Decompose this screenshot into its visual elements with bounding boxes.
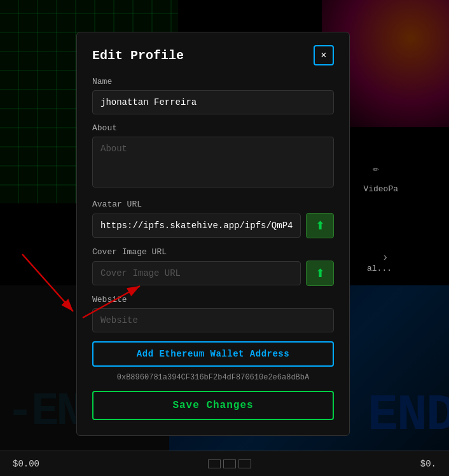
- website-field-group: Website: [92, 295, 334, 332]
- chevron-right-icon: ›: [382, 251, 389, 264]
- avatar-input-row: ⬆: [92, 213, 334, 238]
- videopart-label: VideoPa: [363, 184, 398, 194]
- website-input[interactable]: [92, 308, 334, 332]
- name-field-group: Name: [92, 77, 334, 114]
- cover-field-group: Cover Image URL ⬆: [92, 247, 334, 286]
- cover-url-input[interactable]: [92, 261, 301, 285]
- price-left: $0.00: [13, 459, 39, 469]
- upload-icon-cover: ⬆: [315, 266, 325, 280]
- icon-box-1[interactable]: [208, 459, 221, 468]
- icon-box-2[interactable]: [223, 459, 236, 468]
- modal-header: Edit Profile ×: [92, 45, 334, 65]
- avatar-url-input[interactable]: [92, 214, 301, 238]
- save-changes-button[interactable]: Save Changes: [92, 391, 334, 420]
- about-label: About: [92, 123, 334, 133]
- avatar-field-group: Avatar URL ⬆: [92, 200, 334, 238]
- bottom-bar: $0.00 $0.: [0, 451, 449, 476]
- add-eth-wallet-button[interactable]: Add Ethereum Wallet Address: [92, 341, 334, 367]
- about-field-group: About: [92, 123, 334, 191]
- pencil-icon: ✏: [373, 162, 379, 175]
- edit-profile-modal: Edit Profile × Name About Avatar URL ⬆ C…: [76, 32, 350, 436]
- cover-input-row: ⬆: [92, 261, 334, 286]
- cover-label: Cover Image URL: [92, 247, 334, 257]
- bottom-bar-icons[interactable]: [208, 459, 251, 468]
- website-label: Website: [92, 295, 334, 304]
- about-input[interactable]: [92, 137, 334, 187]
- cover-upload-button[interactable]: ⬆: [306, 261, 334, 286]
- icon-box-3[interactable]: [238, 459, 251, 468]
- price-right: $0.: [420, 459, 436, 469]
- name-label: Name: [92, 77, 334, 86]
- modal-title: Edit Profile: [92, 48, 184, 63]
- avatar-label: Avatar URL: [92, 200, 334, 209]
- upload-icon: ⬆: [315, 219, 325, 233]
- partial-text: al...: [367, 264, 392, 273]
- close-button[interactable]: ×: [314, 45, 334, 65]
- name-input[interactable]: [92, 90, 334, 114]
- eth-address-display: 0xB8960781a394CF316bF2b4dF870610e2e6a8dB…: [92, 373, 334, 382]
- avatar-upload-button[interactable]: ⬆: [306, 213, 334, 238]
